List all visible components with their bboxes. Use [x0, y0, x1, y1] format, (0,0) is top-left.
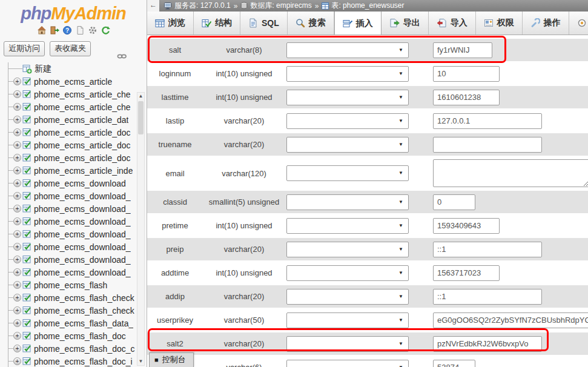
expand-icon[interactable]: +	[13, 243, 21, 251]
sidebar-table-item[interactable]: + phome_ecms_flash_data_	[8, 317, 136, 329]
sidebar-table-item[interactable]: + phome_ecms_flash_doc_c	[8, 342, 136, 355]
table-name[interactable]: phome_ecms_flash_doc_i	[34, 357, 133, 366]
sidebar-table-item[interactable]: + phome_ecms_flash_doc	[8, 329, 136, 342]
expand-icon[interactable]: +	[13, 141, 21, 149]
expand-icon[interactable]: +	[13, 116, 21, 124]
expand-icon[interactable]: +	[13, 357, 21, 365]
function-select[interactable]: ▼	[286, 312, 409, 328]
sidebar-table-item[interactable]: + phome_ecms_flash_doc_i	[8, 355, 136, 367]
docs-icon[interactable]	[75, 25, 85, 35]
sidebar-table-item[interactable]: + phome_ecms_download_	[8, 202, 136, 215]
sidebar-table-item[interactable]: + phome_ecms_flash	[8, 279, 136, 291]
sidebar-table-item[interactable]: + phome_ecms_article_che	[8, 101, 136, 113]
breadcrumb-server[interactable]: 服务器: 127.0.0.1	[164, 1, 231, 11]
function-select[interactable]: ▼	[286, 165, 409, 181]
function-select[interactable]: ▼	[286, 360, 409, 367]
function-select[interactable]: ▼	[286, 137, 409, 153]
sidebar-table-item[interactable]: + phome_ecms_download_	[8, 240, 136, 253]
value-input-truename[interactable]	[433, 137, 542, 153]
table-name[interactable]: phome_ecms_download_	[34, 242, 131, 252]
value-input-userprikey[interactable]	[433, 312, 588, 328]
expand-icon[interactable]: +	[13, 154, 21, 162]
expand-icon[interactable]: +	[13, 167, 21, 174]
expand-icon[interactable]: +	[13, 217, 21, 225]
expand-icon[interactable]: +	[13, 345, 21, 352]
function-select[interactable]: ▼	[286, 265, 409, 281]
sidebar-table-item[interactable]: + phome_ecms_download_	[8, 266, 136, 279]
reload-icon[interactable]	[101, 25, 110, 35]
function-select[interactable]: ▼	[286, 113, 409, 129]
function-select[interactable]: ▼	[286, 218, 409, 234]
new-table-label[interactable]: 新建	[35, 64, 51, 74]
table-name[interactable]: phome_ecms_flash_check	[34, 306, 134, 316]
breadcrumb-table[interactable]: 表: phome_enewsuser	[322, 1, 404, 11]
table-name[interactable]: phome_ecms_article	[34, 77, 112, 87]
table-name[interactable]: phome_ecms_article_che	[34, 102, 131, 112]
table-name[interactable]: phome_ecms_article_doc	[34, 141, 131, 150]
expand-icon[interactable]: +	[13, 230, 21, 238]
expand-icon[interactable]: +	[13, 179, 21, 187]
sidebar-table-item[interactable]: + phome_ecms_article_inde	[8, 164, 136, 177]
sidebar-table-item[interactable]: + phome_ecms_article_dat	[8, 113, 136, 126]
function-select[interactable]: ▼	[286, 42, 409, 58]
scroll-down-icon[interactable]: ▼	[137, 358, 144, 365]
table-name[interactable]: phome_ecms_flash	[34, 280, 107, 290]
table-name[interactable]: phome_ecms_download_	[34, 191, 131, 201]
table-name[interactable]: phome_ecms_flash_doc	[34, 331, 126, 341]
sidebar-table-item[interactable]: + phome_ecms_flash_check	[8, 291, 136, 304]
function-select[interactable]: ▼	[286, 66, 409, 82]
sidebar-table-item[interactable]: + phome_ecms_article_doc	[8, 151, 136, 164]
table-name[interactable]: phome_ecms_download_	[34, 217, 131, 226]
table-name[interactable]: phome_ecms_flash_doc_c	[34, 344, 135, 354]
sidebar-table-item[interactable]: + phome_ecms_download_	[8, 215, 136, 228]
table-name[interactable]: phome_ecms_flash_check	[34, 293, 134, 303]
table-name[interactable]: phome_ecms_download_	[34, 268, 131, 277]
exit-icon[interactable]	[50, 25, 59, 35]
function-select[interactable]: ▼	[286, 289, 409, 305]
phpmyadmin-logo[interactable]: phpMyAdmin	[0, 0, 147, 24]
tab-sql[interactable]: SQL	[240, 12, 288, 35]
sidebar-table-item[interactable]: + phome_ecms_article_doc	[8, 139, 136, 151]
table-name[interactable]: phome_ecms_article_inde	[34, 166, 133, 176]
tab-tracking[interactable]: 追踪	[569, 12, 588, 35]
value-input-addtime[interactable]	[433, 265, 500, 281]
table-name[interactable]: phome_ecms_flash_data_	[34, 319, 133, 328]
collapse-navigation-arrow[interactable]: ←	[147, 0, 159, 12]
value-input-email[interactable]	[433, 159, 588, 187]
tab-browse[interactable]: 浏览	[147, 12, 194, 35]
sidebar-table-item[interactable]: + phome_ecms_article	[8, 75, 136, 88]
favorite-tables-button[interactable]: 表收藏夹	[50, 41, 91, 56]
value-input-classid[interactable]	[433, 194, 475, 210]
tab-structure[interactable]: 结构	[194, 12, 240, 35]
expand-icon[interactable]: +	[13, 103, 21, 111]
value-input-lasttime[interactable]	[433, 90, 500, 105]
expand-icon[interactable]: +	[13, 306, 21, 314]
tab-search[interactable]: 搜索	[288, 12, 334, 35]
value-input-pretime[interactable]	[433, 218, 500, 234]
table-name[interactable]: phome_ecms_download_	[34, 230, 131, 239]
tab-import[interactable]: 导入	[429, 12, 476, 35]
recent-tables-button[interactable]: 近期访问	[4, 41, 45, 56]
value-input-hidden[interactable]	[433, 360, 475, 367]
function-select[interactable]: ▼	[286, 194, 409, 210]
function-select[interactable]: ▼	[286, 336, 409, 352]
expand-icon[interactable]: +	[13, 90, 21, 98]
table-name[interactable]: phome_ecms_article_doc	[34, 128, 131, 137]
sidebar-table-item[interactable]: + phome_ecms_download_	[8, 253, 136, 266]
sidebar-item-new-table[interactable]: 新建	[8, 62, 136, 75]
scroll-up-icon[interactable]: ▲	[137, 93, 144, 100]
scrollbar-thumb[interactable]	[138, 101, 144, 134]
sidebar-table-item[interactable]: + phome_ecms_download	[8, 177, 136, 190]
expand-icon[interactable]: +	[13, 128, 21, 136]
sidebar-table-item[interactable]: + phome_ecms_article_che	[8, 88, 136, 101]
value-input-addip[interactable]	[433, 289, 542, 305]
table-name[interactable]: phome_ecms_download_	[34, 255, 131, 265]
value-input-salt2[interactable]	[433, 336, 542, 352]
function-select[interactable]: ▼	[286, 242, 409, 257]
table-name[interactable]: phome_ecms_download_	[34, 204, 131, 214]
value-input-preip[interactable]	[433, 242, 542, 257]
function-select[interactable]: ▼	[286, 90, 409, 105]
expand-icon[interactable]: +	[13, 78, 21, 85]
breadcrumb-database[interactable]: 数据库: empirecms	[240, 1, 311, 11]
sidebar-table-item[interactable]: + phome_ecms_article_doc	[8, 126, 136, 139]
